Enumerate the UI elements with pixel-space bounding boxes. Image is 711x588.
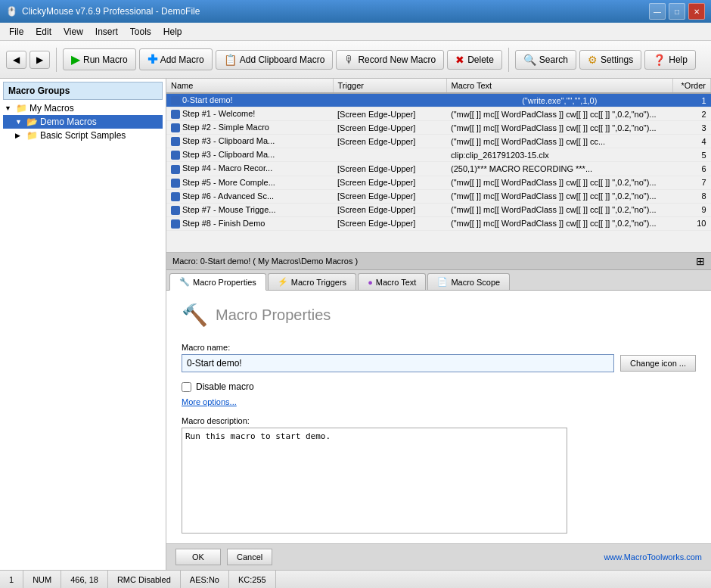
macro-scope-tab-icon: 📄: [437, 277, 448, 287]
table-row[interactable]: Step #8 - Finish Demo [Screen Edge-Upper…: [166, 216, 711, 230]
tab-macro-triggers[interactable]: ⚡ Macro Triggers: [268, 273, 356, 290]
macro-props-tab-icon: 🔧: [179, 277, 190, 287]
main-content: Macro Groups ▼ 📁 My Macros ▼ 📂 Demo Macr…: [0, 79, 711, 570]
col-trigger[interactable]: Trigger: [333, 79, 446, 93]
expander-demo-macros[interactable]: ▼: [15, 118, 24, 126]
col-order[interactable]: *Order: [673, 79, 711, 93]
tree-item-basic-script[interactable]: ▶ 📁 Basic Script Samples: [3, 129, 163, 142]
record-icon: 🎙: [344, 54, 355, 66]
tree-item-my-macros[interactable]: ▼ 📁 My Macros: [3, 101, 163, 115]
table-row[interactable]: Step #2 - Simple Macro [Screen Edge-Uppe…: [166, 121, 711, 135]
macro-triggers-tab-icon: ⚡: [278, 277, 288, 287]
table-row[interactable]: Step #3 - Clipboard Ma... clip:clip_2617…: [166, 148, 711, 162]
bottom-action-bar: OK Cancel www.MacroToolworks.com: [166, 543, 711, 570]
detail-content: 🔨 Macro Properties Macro name: Change ic…: [166, 291, 711, 543]
table-row[interactable]: Step #6 - Advanced Sc... [Screen Edge-Up…: [166, 189, 711, 203]
table-row[interactable]: 0-Start demo! ("write.exe","","",1,0) 1: [166, 93, 711, 107]
status-seg-2: NUM: [23, 571, 61, 588]
table-row[interactable]: Step #7 - Mouse Trigge... [Screen Edge-U…: [166, 203, 711, 216]
tree-label-demo-macros: Demo Macros: [40, 117, 97, 127]
macro-name-input-row: Change icon ...: [182, 354, 696, 372]
tab-macro-text[interactable]: ● Macro Text: [358, 273, 426, 290]
minimize-button[interactable]: —: [649, 3, 666, 20]
disable-macro-row: Disable macro: [182, 381, 696, 392]
back-button[interactable]: ◀: [6, 51, 26, 69]
delete-button[interactable]: ✖ Delete: [447, 50, 502, 70]
detail-header-icon: ⊞: [696, 255, 705, 267]
macro-groups-header: Macro Groups: [3, 82, 163, 100]
help-button[interactable]: ❓ Help: [644, 50, 696, 70]
run-macro-label: Run Macro: [83, 54, 128, 65]
detail-area: Macro: 0-Start demo! ( My Macros\Demo Ma…: [166, 253, 711, 570]
col-text[interactable]: Macro Text: [446, 79, 673, 93]
macro-rows: 0-Start demo! ("write.exe","","",1,0) 1 …: [166, 93, 711, 230]
change-icon-button[interactable]: Change icon ...: [620, 355, 696, 372]
run-macro-icon: ▶: [71, 52, 80, 67]
status-seg-1: 1: [6, 571, 23, 588]
search-button[interactable]: 🔍 Search: [515, 50, 576, 70]
tab-macro-scope[interactable]: 📄 Macro Scope: [427, 273, 510, 290]
cancel-button[interactable]: Cancel: [227, 549, 272, 565]
table-row[interactable]: Step #4 - Macro Recor... [Screen Edge-Up…: [166, 162, 711, 176]
more-options-row: More options...: [182, 397, 696, 407]
toolbar-separator-2: [508, 48, 509, 72]
disable-macro-label: Disable macro: [196, 381, 254, 392]
folder-icon-my-macros: 📁: [16, 103, 27, 114]
forward-button[interactable]: ▶: [29, 51, 50, 69]
more-options-link[interactable]: More options...: [182, 397, 237, 406]
macro-text-tab-icon: ●: [368, 278, 373, 287]
menu-insert[interactable]: Insert: [89, 25, 124, 39]
tab-macro-properties[interactable]: 🔧 Macro Properties: [169, 273, 266, 291]
close-button[interactable]: ✕: [688, 3, 705, 20]
macro-list[interactable]: Name Trigger Macro Text *Order 0-Start d…: [166, 79, 711, 253]
add-macro-icon: ✚: [147, 52, 157, 67]
add-macro-button[interactable]: ✚ Add Macro: [139, 48, 213, 70]
description-field: Macro description:: [182, 416, 696, 536]
expander-my-macros[interactable]: ▼: [5, 104, 14, 112]
properties-title: Macro Properties: [216, 306, 331, 324]
disable-macro-checkbox[interactable]: [182, 382, 191, 392]
table-row[interactable]: Step #5 - More Comple... [Screen Edge-Up…: [166, 176, 711, 189]
settings-icon: ⚙: [588, 54, 598, 66]
delete-icon: ✖: [455, 54, 464, 66]
status-seg-4: RMC Disabled: [108, 571, 181, 588]
col-name[interactable]: Name: [166, 79, 333, 93]
macro-name-input[interactable]: [182, 354, 614, 372]
status-seg-3: 466, 18: [61, 571, 108, 588]
tree-label-my-macros: My Macros: [29, 103, 74, 114]
app-icon: 🖱️: [6, 6, 17, 17]
menu-help[interactable]: Help: [157, 25, 188, 39]
toolbar-separator-1: [56, 48, 57, 72]
settings-button[interactable]: ⚙ Settings: [579, 50, 641, 70]
folder-icon-basic-script: 📁: [26, 130, 38, 141]
menu-edit[interactable]: Edit: [29, 25, 57, 39]
settings-label: Settings: [601, 54, 633, 65]
tree-item-demo-macros[interactable]: ▼ 📂 Demo Macros: [3, 115, 163, 129]
right-panel: Name Trigger Macro Text *Order 0-Start d…: [166, 79, 711, 570]
search-icon: 🔍: [523, 54, 536, 66]
tab-label-properties: Macro Properties: [193, 278, 256, 287]
tree-label-basic-script: Basic Script Samples: [40, 130, 126, 141]
record-label: Record New Macro: [358, 54, 436, 65]
maximize-button[interactable]: □: [669, 3, 685, 20]
status-bar: 1 NUM 466, 18 RMC Disabled AES:No KC:255: [0, 570, 711, 588]
toolbar: ◀ ▶ ▶ Run Macro ✚ Add Macro 📋 Add Clipbo…: [0, 41, 711, 79]
run-macro-button[interactable]: ▶ Run Macro: [63, 48, 136, 70]
tab-label-scope: Macro Scope: [451, 278, 500, 287]
macro-path: Macro: 0-Start demo! ( My Macros\Demo Ma…: [172, 257, 358, 266]
table-row[interactable]: Step #1 - Welcome! [Screen Edge-Upper] (…: [166, 107, 711, 121]
description-textarea[interactable]: [182, 428, 567, 534]
expander-basic-script[interactable]: ▶: [15, 132, 24, 139]
title-bar: 🖱️ ClickyMouse v7.6.9 Professional - Dem…: [0, 0, 711, 23]
menu-tools[interactable]: Tools: [124, 25, 157, 39]
website-link[interactable]: www.MacroToolworks.com: [604, 552, 702, 562]
window-controls: — □ ✕: [649, 3, 705, 20]
action-buttons: OK Cancel: [175, 549, 272, 565]
ok-button[interactable]: OK: [175, 549, 221, 565]
table-row[interactable]: Step #3 - Clipboard Ma... [Screen Edge-U…: [166, 135, 711, 148]
record-macro-button[interactable]: 🎙 Record New Macro: [336, 50, 444, 70]
clipboard-icon: 📋: [224, 54, 237, 66]
menu-file[interactable]: File: [3, 25, 29, 39]
menu-view[interactable]: View: [57, 25, 89, 39]
add-clipboard-macro-button[interactable]: 📋 Add Clipboard Macro: [216, 50, 334, 70]
